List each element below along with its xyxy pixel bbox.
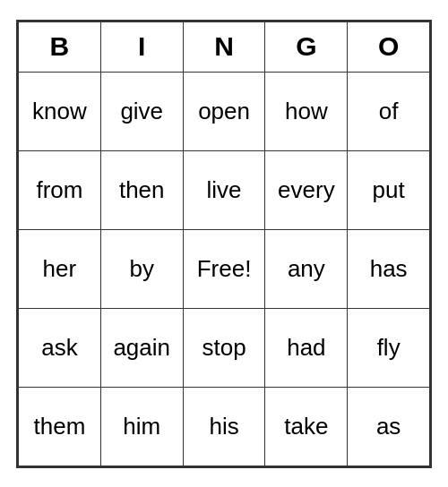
cell-3-0: ask	[19, 308, 101, 387]
cell-2-4: has	[348, 229, 430, 308]
cell-3-1: again	[100, 308, 183, 387]
bingo-row-1: fromthenliveeveryput	[19, 150, 430, 229]
bingo-table: BINGO knowgiveopenhowoffromthenliveevery…	[18, 21, 430, 466]
cell-1-0: from	[19, 150, 101, 229]
cell-1-1: then	[100, 150, 183, 229]
header-row: BINGO	[19, 21, 430, 72]
header-b: B	[19, 21, 101, 72]
cell-1-4: put	[348, 150, 430, 229]
cell-0-0: know	[19, 72, 101, 150]
header-g: G	[265, 21, 348, 72]
cell-4-3: take	[265, 387, 348, 466]
bingo-row-3: askagainstophadfly	[19, 308, 430, 387]
cell-1-3: every	[265, 150, 348, 229]
bingo-row-2: herbyFree!anyhas	[19, 229, 430, 308]
cell-0-2: open	[183, 72, 265, 150]
header-i: I	[100, 21, 183, 72]
bingo-card: BINGO knowgiveopenhowoffromthenliveevery…	[16, 20, 432, 468]
header-n: N	[183, 21, 265, 72]
cell-3-2: stop	[183, 308, 265, 387]
cell-3-3: had	[265, 308, 348, 387]
bingo-row-0: knowgiveopenhowof	[19, 72, 430, 150]
cell-3-4: fly	[348, 308, 430, 387]
bingo-row-4: themhimhistakeas	[19, 387, 430, 466]
cell-1-2: live	[183, 150, 265, 229]
header-o: O	[348, 21, 430, 72]
cell-4-1: him	[100, 387, 183, 466]
cell-0-1: give	[100, 72, 183, 150]
cell-0-4: of	[348, 72, 430, 150]
cell-2-3: any	[265, 229, 348, 308]
cell-0-3: how	[265, 72, 348, 150]
cell-2-1: by	[100, 229, 183, 308]
cell-2-0: her	[19, 229, 101, 308]
cell-4-2: his	[183, 387, 265, 466]
cell-4-4: as	[348, 387, 430, 466]
cell-2-2: Free!	[183, 229, 265, 308]
cell-4-0: them	[19, 387, 101, 466]
